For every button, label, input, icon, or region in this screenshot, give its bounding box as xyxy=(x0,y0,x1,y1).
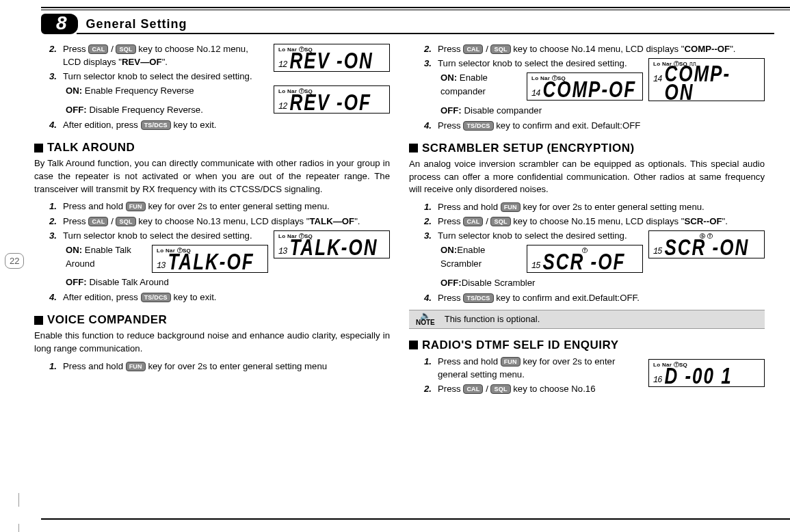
comp-step-1: 1.Press and hold FUN key for over 2s to … xyxy=(49,360,390,373)
lcd-text: SCR -OF xyxy=(542,253,625,272)
t: key to exit. xyxy=(171,120,217,130)
note-text: This function is optional. xyxy=(445,314,540,324)
t: TALK—OF xyxy=(310,216,355,226)
chapter-number-badge: 8 xyxy=(41,14,78,34)
lcd-menu-no: 14 xyxy=(653,75,661,84)
t: ". xyxy=(354,216,360,226)
dtmf-block: Lo Nar ⓉSQ 16D -00 1 1. Press and hold F… xyxy=(409,355,765,397)
cal-key: CAL xyxy=(88,44,108,54)
t: Press xyxy=(438,120,463,131)
right-column: 2.Press CAL / SQL key to choose No.14 me… xyxy=(409,41,765,511)
dtmf-heading: RADIO'S DTMF SELF ID ENQUIRY xyxy=(409,338,765,352)
lcd-menu-no: 13 xyxy=(278,247,287,256)
lcd-talk-on: Lo Nar ⓉSQ 13TALK-ON xyxy=(274,230,390,258)
talk-step-4: 4.After edition, press TS/DCS key to exi… xyxy=(49,291,390,304)
rule-top-thin xyxy=(41,10,790,10)
t: key to choose No.16 xyxy=(511,384,596,394)
rev-step-3: 3.Turn selector knob to select the desir… xyxy=(49,70,268,83)
note-icon: 🔈NOTE xyxy=(416,312,435,326)
t: SCR--OF xyxy=(685,216,722,226)
t: key to exit. xyxy=(171,292,217,302)
t: Press xyxy=(438,293,463,303)
lcd-menu-no: 15 xyxy=(653,247,661,256)
sql-key: SQL xyxy=(116,217,135,226)
comp-step-2: 2.Press CAL / SQL key to choose No.14 me… xyxy=(424,42,765,55)
t: VOICE COMPANDER xyxy=(47,313,167,327)
compander-heading: VOICE COMPANDER xyxy=(34,313,390,327)
section-mark-icon xyxy=(34,316,43,325)
comp-step-3: 3.Turn selector knob to select the desir… xyxy=(424,57,643,70)
page-number: 22 xyxy=(5,253,24,269)
t: RADIO'S DTMF SELF ID ENQUIRY xyxy=(422,338,619,352)
t: Turn selector knob to select the desired… xyxy=(63,70,268,83)
lcd-menu-no: 12 xyxy=(278,60,287,70)
section-mark-icon xyxy=(409,341,418,349)
note-row: 🔈NOTE This function is optional. xyxy=(409,310,765,329)
cal-key: CAL xyxy=(463,384,483,394)
note-label: NOTE xyxy=(416,319,435,326)
lcd-text: SCR -ON xyxy=(664,239,749,258)
t: OFF: xyxy=(440,278,462,288)
sql-key: SQL xyxy=(116,44,135,54)
comp-off: OFF: Disable compander xyxy=(440,104,765,118)
talk-off: OFF: Disable Talk Around xyxy=(66,276,390,289)
content-columns: Lo Nar ⓉSQ 12REV -ON 2.Press CAL / SQL k… xyxy=(34,41,776,511)
lcd-rev-on: Lo Nar ⓉSQ 12REV -ON xyxy=(274,44,390,72)
cal-key: CAL xyxy=(463,217,483,226)
tsdcs-key: TS/DCS xyxy=(141,120,171,130)
t: ". xyxy=(162,57,168,67)
t: ON: xyxy=(66,85,82,96)
lcd-talk-off: Lo Nar ⓉSQ 13TALK-OF xyxy=(152,245,268,273)
t: key for over 2s to enter general setting… xyxy=(146,201,330,211)
lcd-text: COMP-OF xyxy=(542,81,636,100)
fun-key: FUN xyxy=(126,202,146,211)
fun-key: FUN xyxy=(501,357,521,367)
t: key to choose No.15 menu, LCD displays " xyxy=(511,216,685,226)
rule-bottom xyxy=(41,518,790,520)
lcd-menu-no: 15 xyxy=(531,261,540,271)
t: Turn selector knob to select the desired… xyxy=(63,229,268,242)
dtmf-step-1: 1. Press and hold FUN key for over 2s to… xyxy=(424,355,643,381)
lcd-text: D -00 1 xyxy=(664,367,732,386)
t: key for over 2s to enter general setting… xyxy=(146,361,327,371)
fun-key: FUN xyxy=(126,362,146,371)
rev-block: Lo Nar ⓉSQ 12REV -ON 2.Press CAL / SQL k… xyxy=(34,42,390,117)
t: key to confirm and exit. Default:OFF xyxy=(494,120,641,131)
t: After edition, press xyxy=(63,120,141,130)
sql-key: SQL xyxy=(490,44,510,54)
scr-off: OFF:Disable Scrambler xyxy=(440,276,765,290)
compander-desc: Enable this function to reduce backgroun… xyxy=(34,330,390,355)
lcd-scr-off: Ⓣ 15SCR -OF xyxy=(527,245,643,273)
t: key to choose No.14 menu, LCD displays " xyxy=(511,44,685,54)
comp-block: 2.Press CAL / SQL key to choose No.14 me… xyxy=(409,42,765,118)
lcd-comp-on: Lo Nar ⓉSQ ⎍⎍ 14COMP-ON xyxy=(648,58,765,101)
t: TALK AROUND xyxy=(47,141,135,155)
t: key to choose No.13 menu, LCD displays " xyxy=(136,216,310,226)
talk-desc: By Talk Around function, you can directl… xyxy=(34,157,390,196)
t: Press and hold xyxy=(438,202,501,212)
dtmf-step-2: 2.Press CAL / SQL key to choose No.16 xyxy=(424,382,643,395)
lcd-text: REV -OF xyxy=(289,94,371,113)
lcd-text: TALK-OF xyxy=(168,252,254,271)
t: Press xyxy=(438,44,463,54)
t: ON: xyxy=(66,245,82,255)
scrambler-heading: SCRAMBLER SETUP (ENCRYPTION) xyxy=(409,142,765,155)
fun-key: FUN xyxy=(501,202,521,212)
left-column: Lo Nar ⓉSQ 12REV -ON 2.Press CAL / SQL k… xyxy=(34,41,390,511)
t: Press and hold xyxy=(63,361,126,371)
t: key to confirm and exit.Default:OFF. xyxy=(494,293,640,303)
scr-step-4: 4.Press TS/DCS key to confirm and exit.D… xyxy=(424,291,765,304)
t: SCRAMBLER SETUP (ENCRYPTION) xyxy=(422,142,635,155)
t: Press xyxy=(63,216,88,226)
t: ON: xyxy=(440,245,457,255)
t: Disable Frequency Reverse. xyxy=(87,105,203,115)
talk-heading: TALK AROUND xyxy=(34,141,390,155)
t: After edition, press xyxy=(63,292,141,302)
lcd-rev-off: Lo Nar ⓉSQ 12REV -OF xyxy=(274,85,390,114)
t: Press xyxy=(438,216,463,226)
t: Press and hold xyxy=(63,201,126,211)
scr-lcds: Ⓢ Ⓣ 15SCR -ON 3.Turn selector knob to se… xyxy=(409,229,765,290)
t: Press xyxy=(63,44,88,54)
lcd-text: REV -ON xyxy=(289,51,373,70)
chapter-tab: 8 General Setting xyxy=(41,14,187,34)
